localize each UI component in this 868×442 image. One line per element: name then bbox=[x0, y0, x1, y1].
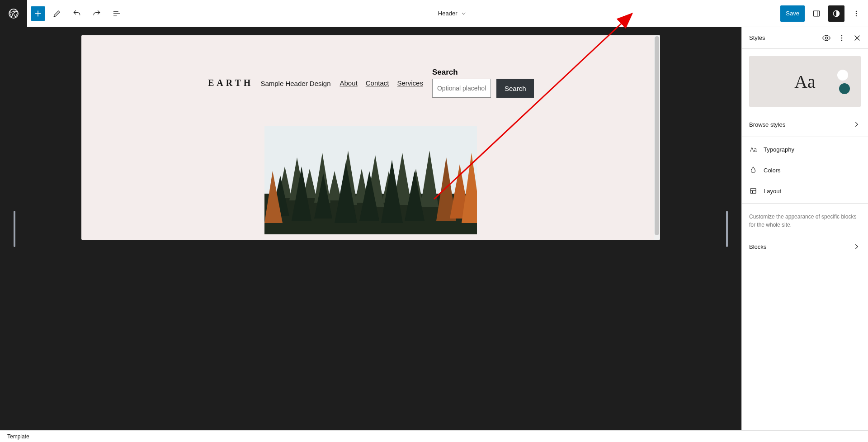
resize-handle-right[interactable] bbox=[726, 211, 728, 247]
nav-link-about[interactable]: About bbox=[340, 79, 358, 87]
chevron-right-icon bbox=[853, 120, 861, 128]
style-preview[interactable]: Aa bbox=[749, 56, 861, 107]
template-selector-label: Header bbox=[438, 10, 458, 17]
view-toggle-button[interactable] bbox=[808, 5, 825, 22]
svg-rect-1 bbox=[813, 11, 819, 16]
svg-rect-37 bbox=[750, 189, 756, 194]
chevron-right-icon bbox=[853, 242, 861, 251]
add-block-button[interactable] bbox=[31, 6, 45, 21]
editor-top-bar: Header Save bbox=[0, 0, 868, 27]
nav-link-contact[interactable]: Contact bbox=[366, 79, 389, 87]
canvas-frame[interactable]: EARTH Sample Header Design About Contact… bbox=[81, 35, 660, 240]
svg-point-6 bbox=[856, 15, 857, 16]
breadcrumb[interactable]: Template bbox=[7, 433, 29, 440]
canvas-scrollbar[interactable] bbox=[654, 35, 660, 240]
typography-label: Typography bbox=[764, 146, 794, 153]
layout-label: Layout bbox=[764, 188, 781, 195]
svg-text:Aa: Aa bbox=[750, 147, 757, 153]
plus-icon bbox=[33, 9, 42, 18]
colors-row[interactable]: Colors bbox=[742, 160, 868, 181]
styles-panel-header: Styles bbox=[742, 27, 868, 49]
list-view-button[interactable] bbox=[108, 5, 125, 22]
forest-image-placeholder bbox=[264, 126, 477, 234]
redo-button[interactable] bbox=[89, 5, 105, 22]
styles-icon bbox=[832, 9, 841, 18]
svg-point-32 bbox=[826, 37, 828, 39]
search-label: Search bbox=[432, 68, 534, 77]
search-block: Search Search bbox=[432, 68, 534, 98]
site-brand: EARTH Sample Header Design bbox=[208, 78, 331, 88]
more-vertical-icon bbox=[852, 9, 861, 18]
close-panel-button[interactable] bbox=[850, 31, 864, 45]
layout-row[interactable]: Layout bbox=[742, 181, 868, 201]
browse-styles-row[interactable]: Browse styles bbox=[742, 114, 868, 135]
svg-point-35 bbox=[841, 39, 843, 41]
eye-icon bbox=[822, 33, 831, 43]
svg-point-34 bbox=[841, 37, 843, 38]
redo-icon bbox=[92, 9, 101, 18]
pencil-icon bbox=[52, 9, 61, 18]
page-content: EARTH Sample Header Design About Contact… bbox=[81, 35, 660, 240]
chevron-down-icon bbox=[460, 10, 467, 17]
primary-nav: About Contact Services bbox=[340, 79, 423, 87]
layout-icon bbox=[749, 187, 757, 195]
editor-footer: Template bbox=[0, 430, 868, 442]
sidebar-icon bbox=[812, 9, 821, 18]
tools-button[interactable] bbox=[49, 5, 65, 22]
hero-image[interactable] bbox=[264, 126, 477, 234]
resize-handle-left[interactable] bbox=[14, 211, 15, 247]
save-button[interactable]: Save bbox=[780, 5, 805, 22]
separator bbox=[742, 259, 868, 259]
separator bbox=[742, 203, 868, 204]
styles-panel-title: Styles bbox=[749, 34, 765, 41]
undo-icon bbox=[72, 9, 81, 18]
browse-styles-label: Browse styles bbox=[749, 121, 785, 128]
editor-canvas-area: EARTH Sample Header Design About Contact… bbox=[0, 27, 741, 430]
palette-dot-white bbox=[837, 70, 848, 81]
more-options-button[interactable] bbox=[848, 5, 864, 22]
svg-point-33 bbox=[841, 35, 843, 36]
more-vertical-icon bbox=[837, 33, 846, 43]
style-preview-glyph: Aa bbox=[794, 71, 816, 92]
styles-more-button[interactable] bbox=[835, 31, 849, 45]
nav-link-services[interactable]: Services bbox=[397, 79, 423, 87]
separator bbox=[742, 137, 868, 137]
search-button[interactable]: Search bbox=[496, 79, 534, 98]
site-title[interactable]: EARTH bbox=[208, 78, 253, 88]
list-view-icon bbox=[112, 9, 121, 18]
typography-row[interactable]: Aa Typography bbox=[742, 139, 868, 160]
blocks-description: Customize the appearance of specific blo… bbox=[742, 205, 868, 236]
colors-label: Colors bbox=[764, 167, 781, 174]
wp-logo-button[interactable] bbox=[0, 0, 27, 27]
styles-toggle-button[interactable] bbox=[828, 5, 844, 22]
blocks-row[interactable]: Blocks bbox=[742, 236, 868, 257]
svg-point-5 bbox=[856, 13, 857, 14]
site-tagline[interactable]: Sample Header Design bbox=[260, 80, 330, 87]
site-header: EARTH Sample Header Design About Contact… bbox=[199, 68, 542, 98]
undo-button[interactable] bbox=[69, 5, 85, 22]
styles-panel: Styles Aa Browse styles Aa Typography bbox=[741, 27, 868, 430]
typography-icon: Aa bbox=[749, 145, 757, 153]
close-icon bbox=[853, 33, 862, 43]
search-input[interactable] bbox=[432, 79, 491, 98]
droplet-icon bbox=[749, 166, 757, 174]
blocks-label: Blocks bbox=[749, 243, 766, 250]
style-book-button[interactable] bbox=[819, 31, 834, 45]
template-selector[interactable]: Header bbox=[438, 10, 467, 17]
scrollbar-thumb[interactable] bbox=[655, 36, 659, 235]
svg-point-4 bbox=[856, 10, 857, 12]
palette-dot-teal bbox=[839, 83, 850, 94]
wordpress-icon bbox=[8, 8, 19, 19]
